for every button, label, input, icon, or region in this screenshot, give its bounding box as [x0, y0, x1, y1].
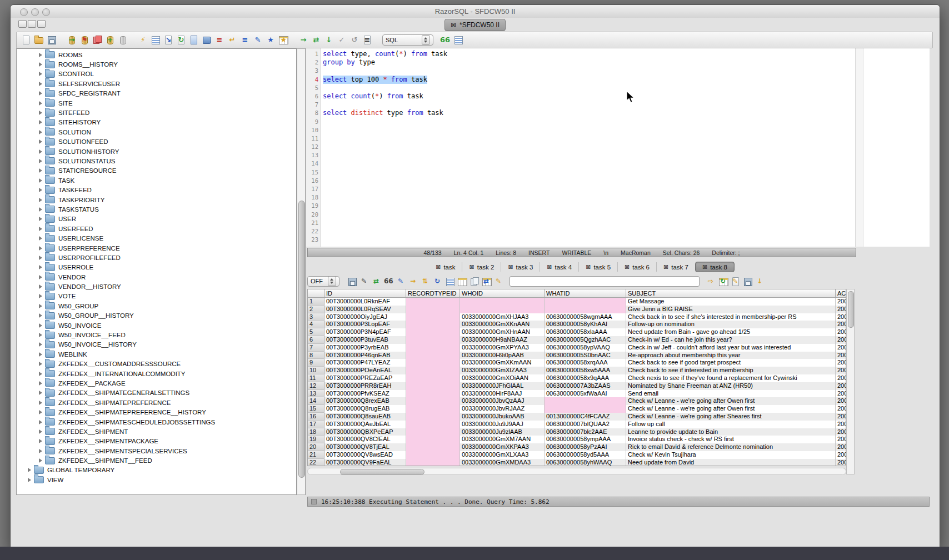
data-cell[interactable]: [406, 443, 460, 451]
tree-item-scontrol[interactable]: SCONTROL: [17, 69, 296, 79]
status-stop-icon[interactable]: [311, 499, 317, 504]
data-cell[interactable]: [545, 397, 626, 405]
result-tab-task-4[interactable]: ⊠task 4: [540, 262, 578, 272]
editor-line-12[interactable]: 12: [306, 143, 930, 151]
data-cell[interactable]: 00630000005QgzhAAC: [545, 336, 626, 344]
tree-item-zkfedex__shipment[interactable]: ZKFEDEX__SHIPMENT: [17, 427, 296, 436]
data-cell[interactable]: 200: [836, 436, 846, 443]
execute-icon[interactable]: →: [298, 35, 308, 45]
table-row[interactable]: 1000T3000000POeAnEAL0033000000GmXIZAA300…: [308, 367, 846, 374]
data-cell[interactable]: [406, 428, 460, 436]
result-tab-task-5[interactable]: ⊠task 5: [578, 262, 617, 272]
data-cell[interactable]: 200: [836, 443, 846, 451]
table-row[interactable]: 1400T3000000Q8rexEAB0033000000JbvQzAAJCh…: [308, 397, 846, 405]
data-cell[interactable]: [460, 298, 545, 306]
disclosure-triangle-icon[interactable]: [39, 429, 42, 434]
data-cell[interactable]: 200: [836, 405, 846, 413]
tree-item-solutionstatus[interactable]: SOLUTIONSTATUS: [17, 156, 296, 166]
data-cell[interactable]: 0033000000HirF8AAJ: [460, 390, 545, 398]
disclosure-triangle-icon[interactable]: [39, 304, 42, 308]
align-lines-icon[interactable]: ≡: [240, 35, 250, 45]
editor-line-19[interactable]: 19: [306, 202, 930, 210]
tree-item-user[interactable]: USER: [17, 214, 296, 224]
copy-table-icon[interactable]: ⇄: [482, 277, 491, 286]
import-data-icon[interactable]: ↻: [176, 35, 186, 45]
tab-close-icon[interactable]: ⊠: [586, 263, 591, 271]
result-tab-task[interactable]: ⊠task: [429, 262, 462, 272]
editor-line-23[interactable]: 23: [306, 236, 930, 244]
data-cell[interactable]: 0033000000JbukoAAB: [460, 413, 545, 421]
tree-item-site[interactable]: SITE: [17, 98, 296, 108]
result-tab-task-8[interactable]: ⊠task 8: [695, 262, 735, 272]
disclosure-triangle-icon[interactable]: [39, 439, 42, 443]
data-cell[interactable]: [406, 328, 460, 336]
table-row[interactable]: 1500T3000000Q8rugEAB0033000000JbvRJAAZCh…: [308, 405, 846, 413]
table-row[interactable]: 1700T3000000QAeJbEAL0033000000Ju9J9AAJ00…: [308, 421, 846, 428]
data-cell[interactable]: 00T3000000Q8rexEAB: [324, 397, 406, 405]
row-number-cell[interactable]: 14: [308, 397, 324, 405]
editor-line-20[interactable]: 20: [306, 211, 930, 219]
tab-close-icon[interactable]: ⊠: [436, 263, 441, 271]
table-row[interactable]: 700T3000000P3yrbEAB0033000000GmXPYAA3006…: [308, 344, 846, 352]
data-cell[interactable]: [406, 451, 460, 459]
data-cell[interactable]: 00T3000000P46qnEAB: [324, 352, 406, 359]
disclosure-triangle-icon[interactable]: [39, 256, 42, 260]
data-cell[interactable]: 0033000000H9aNBAAZ: [460, 336, 545, 344]
tree-item-zkfedex__shipment__feed[interactable]: ZKFEDEX__SHIPMENT__FEED: [17, 456, 296, 465]
data-cell[interactable]: Check nexis to see if they've found a re…: [626, 374, 836, 382]
editor-line-1[interactable]: 1select type, count(*) from task: [306, 50, 930, 58]
table-row[interactable]: 100T3000000L0RknEAFGet Massage200: [308, 298, 846, 306]
data-cell[interactable]: 006300000058x9qAAA: [545, 374, 626, 382]
row-number-cell[interactable]: 15: [308, 405, 324, 413]
connect-icon[interactable]: →: [67, 35, 77, 45]
script-icon[interactable]: ✎: [731, 277, 740, 286]
table-row[interactable]: 800T3000000P46qnEAB0033000000H9i0pAAB006…: [308, 352, 846, 359]
data-cell[interactable]: 0033000000GmXHJAA3: [460, 313, 545, 321]
data-cell[interactable]: [406, 413, 460, 421]
go-arrow-icon[interactable]: ⇨: [706, 277, 715, 286]
disclosure-triangle-icon[interactable]: [39, 401, 42, 405]
row-number-cell[interactable]: 6: [308, 336, 324, 344]
data-cell[interactable]: 006300000058yhWAAQ: [545, 459, 626, 466]
edit-form-icon[interactable]: [151, 35, 161, 45]
tree-item-vendor__history[interactable]: VENDOR__HISTORY: [17, 282, 296, 291]
row-number-cell[interactable]: 13: [308, 390, 324, 398]
data-cell[interactable]: [545, 405, 626, 413]
result-tab-task-3[interactable]: ⊠task 3: [501, 262, 540, 272]
results-vertical-scrollbar[interactable]: [846, 289, 855, 474]
data-cell[interactable]: Check w/ Leanne - we're going after Owen…: [626, 397, 836, 405]
row-number-cell[interactable]: 4: [308, 321, 324, 328]
auto-lookup-icon[interactable]: 66: [440, 35, 450, 45]
disclosure-triangle-icon[interactable]: [39, 227, 42, 231]
data-cell[interactable]: 00T3000000Q8rugEAB: [324, 405, 406, 413]
disclosure-triangle-icon[interactable]: [39, 284, 42, 289]
save-grid-icon[interactable]: [743, 277, 752, 286]
results-vscroll-thumb[interactable]: [848, 291, 854, 328]
data-cell[interactable]: [406, 382, 460, 390]
new-connection-icon[interactable]: +: [105, 35, 115, 45]
data-cell[interactable]: 00T3000000P3LopEAF: [324, 321, 406, 328]
data-cell[interactable]: 200: [836, 359, 846, 367]
results-horizontal-scrollbar[interactable]: [307, 468, 846, 475]
data-cell[interactable]: 006300000058yd5AAA: [545, 451, 626, 459]
data-cell[interactable]: [406, 436, 460, 443]
data-cell[interactable]: 200: [836, 344, 846, 352]
tree-item-view[interactable]: VIEW: [17, 475, 296, 484]
data-cell[interactable]: 200: [836, 390, 846, 398]
row-number-cell[interactable]: 12: [308, 382, 324, 390]
fetch-next-icon[interactable]: ↓: [324, 35, 334, 45]
data-cell[interactable]: [406, 405, 460, 413]
tree-item-zkfedex__shipmentspecialservices[interactable]: ZKFEDEX__SHIPMENTSPECIALSERVICES: [17, 446, 296, 456]
disconnect-icon[interactable]: ⚑: [79, 35, 89, 45]
data-cell[interactable]: 0033000000JFhGlAAL: [460, 382, 545, 390]
data-cell[interactable]: 00630000007blc2AAE: [545, 428, 626, 436]
data-cell[interactable]: 200: [836, 459, 846, 466]
data-cell[interactable]: 006300000058yPzAAI: [545, 443, 626, 451]
sql-editor[interactable]: 1select type, count(*) from task2group b…: [306, 48, 930, 247]
tab-close-icon[interactable]: ⊠: [702, 263, 707, 271]
tree-item-userpreference[interactable]: USERPREFERENCE: [17, 243, 296, 253]
table-row[interactable]: 1600T3000000Q8sauEAB0033000000JbukoAAB00…: [308, 413, 846, 421]
row-limit-stepper-icon[interactable]: [328, 276, 336, 286]
editor-line-22[interactable]: 22: [306, 227, 930, 236]
editor-line-21[interactable]: 21: [306, 219, 930, 227]
